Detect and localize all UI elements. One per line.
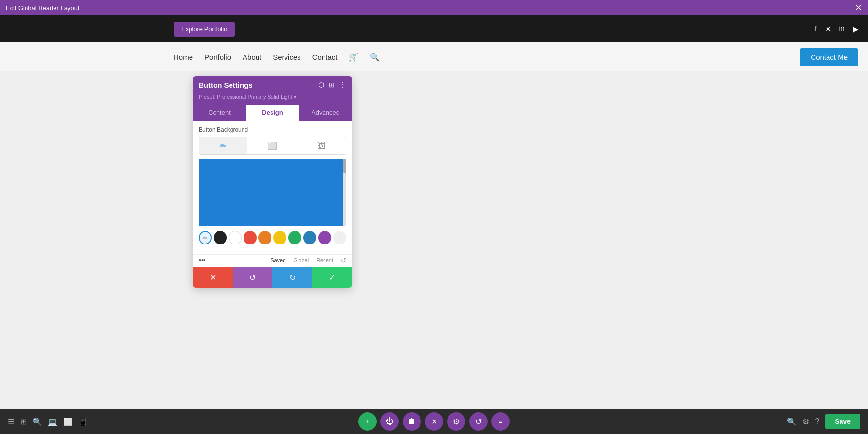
panel-header-icons: ⬡ ⊞ ⋮ <box>318 81 346 89</box>
header-preview: Explore Portfolio f ✕ in ▶ <box>0 15 868 42</box>
main-content: Button Settings ⬡ ⊞ ⋮ Preset: Profession… <box>0 71 868 409</box>
social-icons: f ✕ in ▶ <box>815 25 858 34</box>
panel-expand-icon[interactable]: ⬡ <box>318 81 324 89</box>
panel-more-icon[interactable]: ⋮ <box>339 81 346 89</box>
bg-solid-button[interactable]: ✏ <box>199 137 247 154</box>
swatch-orange[interactable] <box>258 231 271 244</box>
panel-title: Button Settings <box>199 81 253 89</box>
swatch-yellow[interactable] <box>273 231 286 244</box>
bottom-toolbar: ☰ ⊞ 🔍 💻 ⬜ 📱 + ⏻ 🗑 ✕ ⚙ ↺ ≡ 🔍 ⚙ ? Save <box>0 409 868 434</box>
cart-icon[interactable]: 🛒 <box>349 53 358 62</box>
mobile-icon[interactable]: 📱 <box>79 417 88 426</box>
tablet-icon[interactable]: ⬜ <box>63 417 73 426</box>
close-center-button[interactable]: ✕ <box>425 412 443 431</box>
preset-label[interactable]: Preset: Professional Primary Solid Light… <box>199 94 297 100</box>
save-button[interactable]: Save <box>825 414 860 429</box>
settings-right-icon[interactable]: ⚙ <box>802 417 809 426</box>
panel-split-icon[interactable]: ⊞ <box>329 81 335 89</box>
add-section-button[interactable]: + <box>358 412 377 431</box>
nav-services[interactable]: Services <box>273 53 301 61</box>
nav-contact[interactable]: Contact <box>312 53 338 61</box>
swatch-green[interactable] <box>288 231 301 244</box>
swatch-purple[interactable] <box>318 231 331 244</box>
undo-button[interactable]: ↺ <box>233 267 273 288</box>
tab-design[interactable]: Design <box>246 105 299 121</box>
top-bar-title: Edit Global Header Layout <box>6 4 79 12</box>
bottom-left-tools: ☰ ⊞ 🔍 💻 ⬜ 📱 <box>8 417 88 426</box>
search-bottom-icon[interactable]: 🔍 <box>32 417 42 426</box>
panel-tabs: Content Design Advanced <box>193 105 352 121</box>
bg-image-button[interactable]: 🖼 <box>298 137 346 154</box>
trash-button[interactable]: 🗑 <box>403 412 421 431</box>
search-icon[interactable]: 🔍 <box>370 53 380 62</box>
reset-icon[interactable]: ↺ <box>341 257 346 264</box>
panel-actions: ✕ ↺ ↻ ✓ <box>193 267 352 288</box>
youtube-icon[interactable]: ▶ <box>853 25 858 34</box>
history-button[interactable]: ↺ <box>469 412 488 431</box>
scrollbar-thumb[interactable] <box>343 159 346 173</box>
bottom-center-tools: + ⏻ 🗑 ✕ ⚙ ↺ ≡ <box>358 412 510 431</box>
swatch-white[interactable] <box>229 231 242 244</box>
linkedin-icon[interactable]: in <box>839 25 845 33</box>
saved-tab[interactable]: Saved <box>271 258 285 263</box>
contact-me-button[interactable]: Contact Me <box>800 48 858 66</box>
settings-button[interactable]: ⚙ <box>447 412 465 431</box>
modules-icon[interactable]: ⊞ <box>20 417 27 426</box>
twitter-icon[interactable]: ✕ <box>825 25 831 34</box>
menu-icon[interactable]: ☰ <box>8 417 14 426</box>
bottom-right-tools: 🔍 ⚙ ? Save <box>787 414 860 429</box>
bg-type-row: ✏ ⬜ 🖼 <box>199 137 346 155</box>
nav-about[interactable]: About <box>243 53 261 61</box>
color-swatches: ✏ ⟋ <box>199 231 346 244</box>
swatch-black[interactable] <box>214 231 227 244</box>
color-picker-button[interactable]: ✏ <box>199 231 212 244</box>
nav-home[interactable]: Home <box>174 53 193 61</box>
bg-gradient-button[interactable]: ⬜ <box>248 137 297 154</box>
global-tab[interactable]: Global <box>293 258 309 263</box>
panel-header: Button Settings ⬡ ⊞ ⋮ <box>193 76 352 91</box>
nav-portfolio[interactable]: Portfolio <box>204 53 231 61</box>
panel-body: Button Background ✏ ⬜ 🖼 ✏ <box>193 121 352 254</box>
panel-scrollbar[interactable] <box>343 159 346 226</box>
panel-preset: Preset: Professional Primary Solid Light… <box>193 91 352 105</box>
tab-content[interactable]: Content <box>193 105 246 121</box>
zoom-icon[interactable]: 🔍 <box>787 417 797 426</box>
nav-links: Home Portfolio About Services Contact 🛒 … <box>174 53 380 62</box>
eyedropper-button[interactable]: ⟋ <box>333 231 346 244</box>
power-button[interactable]: ⏻ <box>380 412 399 431</box>
confirm-button[interactable]: ✓ <box>312 267 353 288</box>
close-button[interactable]: ✕ <box>855 2 862 13</box>
swatch-red[interactable] <box>244 231 257 244</box>
redo-button[interactable]: ↻ <box>272 267 312 288</box>
recent-tab[interactable]: Recent <box>316 258 333 263</box>
help-icon[interactable]: ? <box>815 417 819 426</box>
dots-icon[interactable]: ••• <box>199 257 206 264</box>
nav-area: Home Portfolio About Services Contact 🛒 … <box>0 42 868 71</box>
swatch-blue[interactable] <box>303 231 316 244</box>
button-settings-panel: Button Settings ⬡ ⊞ ⋮ Preset: Profession… <box>193 76 352 288</box>
cancel-button[interactable]: ✕ <box>193 267 233 288</box>
panel-bottom-tabs: ••• Saved Global Recent ↺ <box>193 254 352 267</box>
layout-button[interactable]: ≡ <box>491 412 510 431</box>
desktop-icon[interactable]: 💻 <box>48 417 57 426</box>
color-preview-area[interactable] <box>199 159 346 226</box>
section-label: Button Background <box>199 126 346 133</box>
top-bar: Edit Global Header Layout ✕ <box>0 0 868 15</box>
explore-portfolio-button[interactable]: Explore Portfolio <box>174 22 235 37</box>
facebook-icon[interactable]: f <box>815 25 817 33</box>
tab-advanced[interactable]: Advanced <box>299 105 352 121</box>
